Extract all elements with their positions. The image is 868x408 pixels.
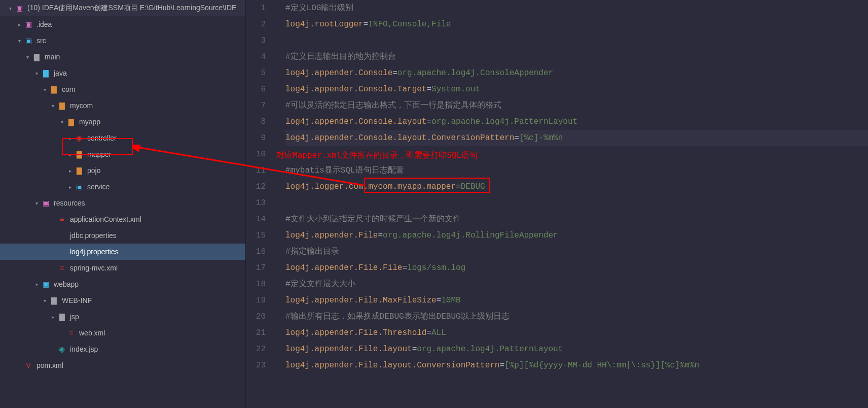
code-line-3[interactable] [285,32,868,49]
code-line-9[interactable]: log4j.appender.Console.layout.Conversion… [285,130,868,146]
code-line-6[interactable]: log4j.appender.Console.Target=System.out [285,81,868,97]
editor-gutter: 1234567891011121314151617181920212223 [246,0,275,408]
tree-item-mycom[interactable]: ▾▇mycom [0,97,245,114]
code-line-13[interactable] [285,195,868,211]
tree-item-spring-mvc-xml[interactable]: ≡spring-mvc.xml [0,260,245,276]
folder-orange-icon: ▇ [49,85,59,93]
chevron-icon: ▸ [66,168,74,174]
code-line-8[interactable]: log4j.appender.Console.layout=org.apache… [285,114,868,130]
webapp-icon: ▣ [41,280,51,288]
folder-blue-icon: ▇ [41,69,51,77]
chevron-icon: ▾ [23,54,31,60]
code-line-22[interactable]: log4j.appender.File.layout=org.apache.lo… [285,341,868,357]
code-editor[interactable]: 1234567891011121314151617181920212223 #定… [246,0,868,408]
tree-item-service[interactable]: ▸▣service [0,179,245,195]
tree-root[interactable]: ▾ ▣ (10) IDEA使用Maven创建SSM项目 E:\GitHub\Le… [0,0,245,16]
tree-label: pojo [87,166,100,175]
tree-item--idea[interactable]: ▸▣.idea [0,16,245,32]
chevron-icon: ▾ [32,71,41,76]
code-line-12[interactable]: log4j.logger.com.mycom.myapp.mapper=DEBU… [285,179,868,195]
tree-item-applicationContext-xml[interactable]: ≡applicationContext.xml [0,211,245,227]
jsp-icon: ◉ [57,345,67,353]
xml-icon: ≡ [57,264,67,272]
tree-item-pojo[interactable]: ▸▇pojo [0,162,245,179]
code-line-7[interactable]: #可以灵活的指定日志输出格式，下面一行是指定具体的格式 [285,97,868,114]
chevron-icon: ▾ [49,103,57,109]
editor-code[interactable]: #定义LOG输出级别log4j.rootLogger=INFO,Console,… [275,0,868,408]
annotation-text: 对应Mapper.xml文件所在的目录，即需要打印SQL语句 [276,150,478,161]
tree-label: service [87,183,110,191]
folder-orange-icon: ▇ [57,101,67,110]
service-icon: ▣ [74,183,84,191]
chevron-icon: ▾ [15,38,23,44]
resources-icon: ▣ [41,199,51,207]
tree-item-pom-xml[interactable]: Vpom.xml [0,357,245,373]
code-line-11[interactable]: #mybatis显示SQL语句日志配置 [285,162,868,179]
project-icon: ▣ [14,4,24,12]
tree-label: applicationContext.xml [70,215,141,223]
tree-label: resources [54,199,85,207]
code-line-2[interactable]: log4j.rootLogger=INFO,Console,File [285,16,868,32]
chevron-icon: ▾ [32,282,41,287]
tree-label: webapp [54,280,79,288]
code-line-14[interactable]: #文件大小到达指定尺寸的时候产生一个新的文件 [285,211,868,227]
chevron-icon: ▸ [66,135,74,141]
maven-icon: V [23,361,33,369]
tree-label: index.jsp [70,345,98,353]
tree-label: WEB-INF [62,296,92,304]
tree-label: myapp [79,118,100,126]
tree-item-java[interactable]: ▾▇java [0,65,245,81]
tree-label: log4j.properties [70,248,119,256]
folder-icon: ▇ [31,53,42,61]
tree-item-web-xml[interactable]: ≡web.xml [0,325,245,341]
tree-item-resources[interactable]: ▾▣resources [0,195,245,211]
code-line-4[interactable]: #定义日志输出目的地为控制台 [285,49,868,65]
tree-item-com[interactable]: ▾▇com [0,81,245,97]
code-line-17[interactable]: log4j.appender.File.File=logs/ssm.log [285,260,868,276]
folder-orange-icon: ▇ [74,166,84,175]
code-line-15[interactable]: log4j.appender.File=org.apache.log4j.Rol… [285,227,868,244]
tree-label: jsp [70,313,79,321]
tree-item-log4j-properties[interactable]: log4j.properties [0,244,245,260]
code-line-21[interactable]: log4j.appender.File.Threshold=ALL [285,325,868,341]
tree-item-myapp[interactable]: ▾▇myapp [0,114,245,130]
folder-orange-icon: ▇ [74,150,84,158]
tree-item-mapper[interactable]: ▸▇mapper [0,146,245,162]
chevron-icon: ▾ [58,119,66,125]
code-line-20[interactable]: #输出所有日志，如果换成DEBUG表示输出DEBUG以上级别日志 [285,309,868,325]
project-tree[interactable]: ▾ ▣ (10) IDEA使用Maven创建SSM项目 E:\GitHub\Le… [0,0,246,408]
idea-icon: ▣ [23,20,33,28]
code-line-23[interactable]: log4j.appender.File.layout.ConversionPat… [285,357,868,373]
tree-label: main [45,53,60,61]
tree-label: jdbc.properties [70,231,117,240]
tree-label: spring-mvc.xml [70,264,118,272]
code-line-19[interactable]: log4j.appender.File.MaxFileSize=10MB [285,292,868,309]
tree-item-controller[interactable]: ▸◉controller [0,130,245,146]
tree-item-index-jsp[interactable]: ◉index.jsp [0,341,245,357]
tree-label: web.xml [79,329,105,337]
code-line-1[interactable]: #定义LOG输出级别 [285,0,868,16]
code-line-16[interactable]: #指定输出目录 [285,244,868,260]
chevron-down-icon: ▾ [6,6,14,11]
tree-label: .idea [37,20,52,28]
chevron-icon: ▾ [32,200,41,206]
tree-item-src[interactable]: ▾▣src [0,32,245,49]
tree-item-jdbc-properties[interactable]: jdbc.properties [0,227,245,244]
chevron-icon: ▾ [41,87,49,92]
tree-label: (10) IDEA使用Maven创建SSM项目 E:\GitHub\Learni… [27,4,236,13]
tree-item-jsp[interactable]: ▸▇jsp [0,309,245,325]
code-line-18[interactable]: #定义文件最大大小 [285,276,868,292]
tree-label: com [62,85,75,93]
xml-icon: ≡ [66,329,76,337]
tree-item-webapp[interactable]: ▾▣webapp [0,276,245,292]
code-line-5[interactable]: log4j.appender.Console=org.apache.log4j.… [285,65,868,81]
tree-item-main[interactable]: ▾▇main [0,49,245,65]
chevron-icon: ▸ [66,152,74,157]
controller-icon: ◉ [74,134,84,142]
chevron-icon: ▸ [15,22,23,27]
tree-label: mycom [70,101,93,110]
folder-icon: ▇ [49,296,59,304]
tree-label: controller [87,134,117,142]
tree-item-WEB-INF[interactable]: ▾▇WEB-INF [0,292,245,309]
chevron-icon: ▾ [41,298,49,303]
